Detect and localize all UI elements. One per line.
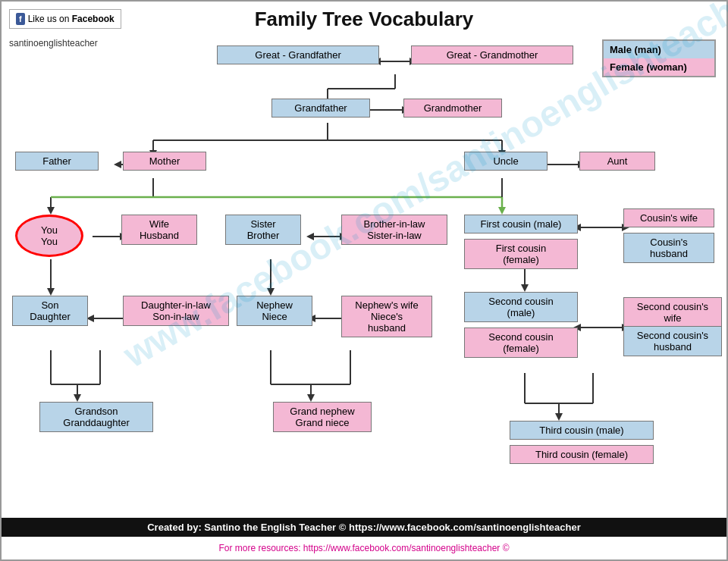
svg-marker-33 xyxy=(498,207,506,215)
legend-male: Male (man) xyxy=(604,41,714,58)
grandson-node: Grandson Granddaughter xyxy=(39,402,153,432)
username: santinoenglishteacher xyxy=(9,38,98,49)
svg-marker-44 xyxy=(555,413,563,421)
cousins-wife-node: Cousin's wife xyxy=(623,208,714,227)
svg-marker-67 xyxy=(307,394,315,402)
great-grandmother-node: Great - Grandmother xyxy=(411,45,573,64)
footer-white: For more resources: https://www.facebook… xyxy=(2,543,726,553)
sister-brother-node: Sister Brother xyxy=(225,215,301,245)
svg-marker-59 xyxy=(267,288,275,296)
svg-marker-39 xyxy=(521,284,529,292)
father-node: Father xyxy=(15,152,99,171)
wife-husband-node: Wife Husband xyxy=(121,215,197,245)
brother-in-law-node: Brother-in-law Sister-in-law xyxy=(341,215,447,245)
third-cousin-male-node: Third cousin (male) xyxy=(510,421,654,440)
uncle-node: Uncle xyxy=(464,152,548,171)
son-daughter-node: Son Daughter xyxy=(12,296,88,326)
svg-marker-30 xyxy=(306,233,314,240)
second-cousins-husband-node: Second cousin's husband xyxy=(623,326,722,356)
second-cousins-wife-node: Second cousin's wife xyxy=(623,297,722,328)
facebook-label: Like us on Facebook xyxy=(28,14,115,24)
svg-marker-54 xyxy=(74,394,81,402)
second-cousin-female-node: Second cousin (female) xyxy=(464,328,578,358)
svg-marker-49 xyxy=(47,288,55,296)
mother-node: Mother xyxy=(123,152,206,171)
facebook-icon: f xyxy=(16,13,25,25)
main-container: Family Tree Vocabulary f Like us on Face… xyxy=(0,0,728,561)
cousins-husband-node: Cousin's husband xyxy=(623,233,714,263)
legend: Male (man) Female (woman) xyxy=(602,39,716,77)
first-cousin-female-node: First cousin (female) xyxy=(464,239,578,269)
nephew-niece-node: Nephew Niece xyxy=(237,296,312,326)
great-grandfather-node: Great - Grandfather xyxy=(217,45,379,64)
legend-female: Female (woman) xyxy=(604,58,714,76)
aunt-node: Aunt xyxy=(579,152,655,171)
svg-marker-18 xyxy=(114,161,121,168)
grandfather-node: Grandfather xyxy=(271,99,370,118)
daughter-in-law-node: Daughter-in-law Son-in-law xyxy=(123,296,229,326)
first-cousin-male-node: First cousin (male) xyxy=(464,215,578,233)
second-cousin-male-node: Second cousin (male) xyxy=(464,292,578,322)
nephews-wife-node: Nephew's wife Niece's husband xyxy=(341,296,432,337)
third-cousin-female-node: Third cousin (female) xyxy=(510,445,654,464)
facebook-box[interactable]: f Like us on Facebook xyxy=(9,9,121,29)
footer-black: Created by: Santino the English Teacher … xyxy=(2,518,726,537)
you-node: You You xyxy=(15,215,83,257)
grandmother-node: Grandmother xyxy=(403,99,502,118)
grand-nephew-node: Grand nephew Grand niece xyxy=(273,402,372,432)
svg-marker-25 xyxy=(47,207,55,215)
